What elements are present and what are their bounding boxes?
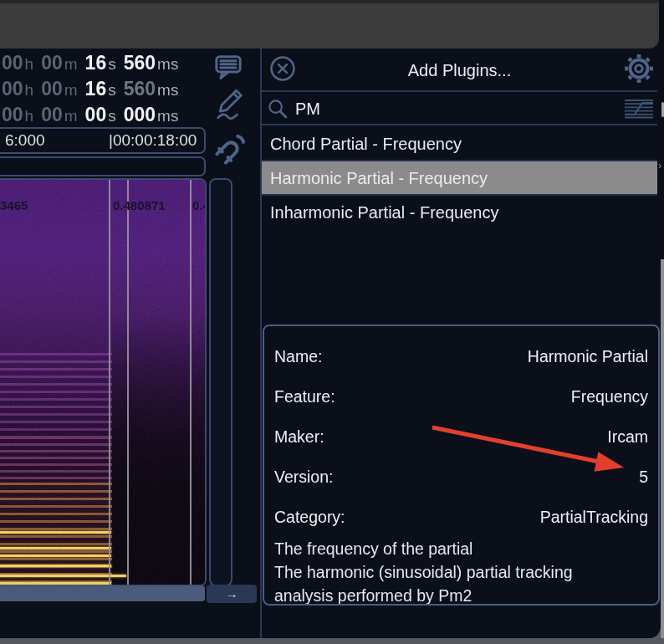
description-line: The harmonic (sinusoidal) partial tracki… — [264, 560, 658, 584]
time-ruler[interactable]: 6:000 |00:00:18:00 — [0, 127, 206, 154]
timecode-segment: ms — [157, 103, 178, 129]
scroll-right-button[interactable]: → — [207, 585, 257, 603]
titlebar-top-strip — [0, 0, 659, 3]
details-field-row: Version:5 — [264, 457, 658, 497]
timecode-row[interactable]: 00h00m16s560ms — [2, 76, 207, 102]
timecode-segment: m — [64, 103, 78, 129]
draw-tool-button[interactable] — [212, 84, 248, 125]
plugin-list-item[interactable]: Inharmonic Partial - Frequency — [262, 196, 657, 230]
plugin-details-fields: Name:Harmonic PartialFeature:FrequencyMa… — [264, 336, 658, 537]
details-field-label: Name: — [274, 347, 322, 366]
screenshot-root: 00h00m16s560ms00h00m16s560ms00h00m00s000… — [0, 0, 664, 644]
description-line: analysis performed by Pm2 — [264, 584, 658, 606]
plugin-list: Chord Partial - FrequencyHarmonic Partia… — [262, 127, 657, 230]
add-plugins-panel: Add Plugins... — [262, 49, 657, 638]
secondary-ruler[interactable] — [0, 156, 206, 176]
timecode-segment: s — [108, 77, 116, 103]
marker-value-label: 3465 — [0, 198, 28, 212]
plugin-search-input[interactable] — [294, 96, 503, 121]
horizontal-scrollbar-thumb[interactable] — [0, 585, 205, 601]
details-field-label: Feature: — [274, 387, 335, 406]
settings-button[interactable] — [623, 53, 655, 86]
gear-icon — [624, 74, 654, 87]
comment-tool-button[interactable] — [211, 50, 246, 87]
ruler-start-label: 6:000 — [5, 131, 45, 150]
marker-value-label: 0.480871 — [113, 198, 166, 212]
details-field-row: Name:Harmonic Partial — [264, 336, 658, 376]
timecode-segment: h — [25, 77, 34, 103]
details-field-value: Frequency — [571, 387, 648, 406]
timecode-segment: 560 — [124, 76, 156, 102]
timecode-segment: m — [64, 51, 78, 77]
ruler-end-label: |00:00:18:00 — [109, 131, 197, 150]
timecode-segment: 00 — [41, 76, 63, 102]
timecode-segment: 00 — [41, 50, 63, 76]
magnet-tool-button[interactable] — [211, 130, 249, 171]
panel-title: Add Plugins... — [262, 49, 657, 92]
plugin-details-panel: Name:Harmonic PartialFeature:FrequencyMa… — [263, 325, 660, 606]
details-field-row: Category:PartialTracking — [264, 497, 658, 537]
pencil-icon — [213, 114, 247, 126]
details-field-label: Maker: — [274, 427, 324, 447]
panel-header: Add Plugins... — [262, 49, 657, 92]
details-field-label: Version: — [274, 468, 333, 487]
marker-line[interactable] — [127, 180, 129, 585]
spectrogram-noise — [0, 180, 207, 586]
magnifier-icon — [266, 97, 289, 124]
right-arrow-icon: → — [226, 586, 238, 601]
timecode-segment: 16 — [85, 76, 107, 102]
plugin-search-row — [262, 94, 657, 125]
app-window: 00h00m16s560ms00h00m16s560ms00h00m00s000… — [0, 0, 661, 638]
empty-track-lane[interactable] — [209, 178, 232, 586]
details-field-value: PartialTracking — [540, 508, 648, 527]
details-field-row: Maker:Ircam — [264, 417, 658, 457]
close-panel-button[interactable] — [267, 54, 299, 85]
details-field-value: Harmonic Partial — [528, 347, 648, 366]
timecode-segment: 00 — [85, 102, 107, 128]
marker-value-label: 0.4 — [192, 198, 207, 212]
timecode-block: 00h00m16s560ms00h00m16s560ms00h00m00s000… — [2, 50, 207, 128]
edge-caret-fragment: › — [658, 159, 661, 171]
description-line: The frequency of the partial — [264, 537, 658, 560]
timecode-row[interactable]: 00h00m00s000ms — [2, 102, 207, 128]
timecode-segment: s — [108, 103, 116, 129]
details-field-label: Category: — [274, 508, 345, 527]
timecode-segment: h — [25, 51, 34, 77]
external-window-titlebar — [0, 0, 659, 49]
spectrogram-view[interactable]: 3465 0.480871 0.4 — [0, 178, 207, 586]
marker-line[interactable] — [109, 180, 110, 585]
screen-edge-gray-strip — [661, 259, 664, 638]
timecode-segment: s — [108, 51, 116, 77]
circle-x-icon — [268, 73, 297, 85]
timecode-segment: 00 — [2, 50, 23, 76]
timecode-segment: ms — [157, 77, 178, 103]
timecode-segment: 000 — [124, 102, 156, 128]
timecode-segment: 560 — [124, 50, 156, 76]
details-field-value: Ircam — [607, 427, 648, 447]
plugin-list-item[interactable]: Chord Partial - Frequency — [262, 127, 657, 161]
plugin-description: The frequency of the partialThe harmonic… — [264, 537, 658, 606]
timecode-row[interactable]: 00h00m16s560ms — [2, 50, 207, 76]
timecode-segment: ms — [157, 51, 178, 77]
timecode-segment: 00 — [2, 76, 23, 102]
timecode-segment: m — [64, 77, 78, 103]
timecode-segment: 16 — [85, 50, 107, 76]
timecode-segment: h — [25, 103, 34, 129]
wave-lines-icon — [621, 110, 656, 122]
timecode-segment: 00 — [41, 102, 63, 128]
details-field-row: Feature:Frequency — [264, 376, 658, 417]
screen-edge-dark — [661, 0, 664, 259]
plugin-list-item[interactable]: Harmonic Partial - Frequency — [262, 161, 657, 196]
details-field-value: 5 — [639, 468, 648, 487]
marker-line[interactable] — [190, 180, 192, 585]
timecode-segment: 00 — [2, 102, 23, 128]
sort-filter-button[interactable] — [621, 98, 657, 121]
magnet-icon — [212, 159, 248, 171]
